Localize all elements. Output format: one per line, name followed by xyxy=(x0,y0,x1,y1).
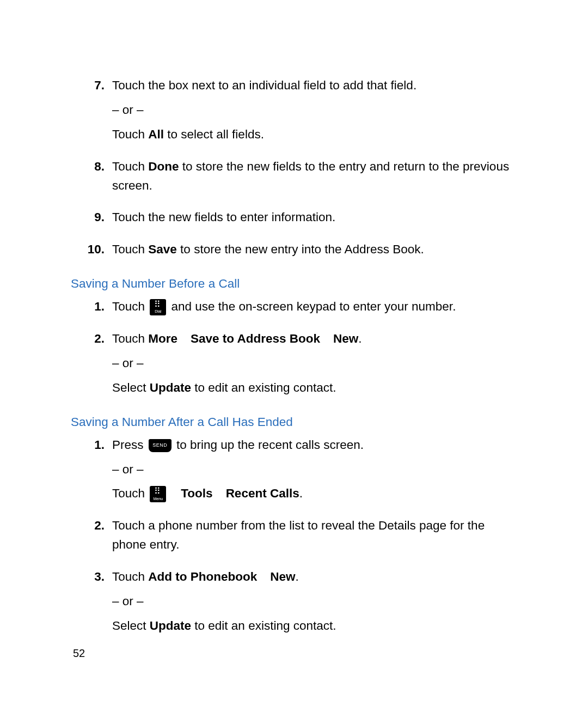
or-separator: – or – xyxy=(112,354,517,373)
item-line: Touch Save to store the new entry into t… xyxy=(112,240,517,259)
list-item: 10. Touch Save to store the new entry in… xyxy=(71,240,517,265)
item-body: Touch Save to store the new entry into t… xyxy=(112,240,517,265)
list-item: 1. Touch and use the on-screen keypad to… xyxy=(71,297,517,322)
text: Touch xyxy=(112,486,148,500)
list-item: 9. Touch the new fields to enter informa… xyxy=(71,208,517,233)
or-separator: – or – xyxy=(112,460,517,479)
item-number: 7. xyxy=(71,76,112,150)
text: Touch xyxy=(112,300,148,313)
item-body: Touch Done to store the new fields to th… xyxy=(112,157,517,201)
item-body: Press to bring up the recent calls scree… xyxy=(112,436,517,509)
or-separator: – or – xyxy=(112,592,517,611)
item-number: 1. xyxy=(71,436,112,509)
text: Touch the box next to an individual fiel… xyxy=(112,78,416,92)
section-heading-before-call: Saving a Number Before a Call xyxy=(71,277,517,291)
item-body: Touch and use the on-screen keypad to en… xyxy=(112,297,517,322)
bold-text: Recent Calls xyxy=(226,486,299,500)
text: . xyxy=(299,486,303,500)
item-line: Touch Add to PhonebookNew. xyxy=(112,568,517,587)
item-line: Touch ToolsRecent Calls. xyxy=(112,484,517,503)
item-line: Press to bring up the recent calls scree… xyxy=(112,436,517,455)
item-line: Select Update to edit an existing contac… xyxy=(112,379,517,398)
item-number: 10. xyxy=(71,240,112,265)
bold-text: Update xyxy=(150,619,191,632)
bold-text: Update xyxy=(150,381,191,394)
text: to store the new entry into the Address … xyxy=(177,242,424,256)
item-line: Select Update to edit an existing contac… xyxy=(112,617,517,636)
item-body: Touch the box next to an individual fiel… xyxy=(112,76,517,150)
item-line: Touch and use the on-screen keypad to en… xyxy=(112,297,517,317)
send-icon xyxy=(149,439,171,452)
menu-icon xyxy=(150,486,166,502)
text: Touch xyxy=(112,160,148,173)
bold-text: New xyxy=(333,332,358,345)
text: Touch xyxy=(112,127,148,141)
item-body: Touch a phone number from the list to re… xyxy=(112,516,517,560)
or-separator: – or – xyxy=(112,101,517,120)
text: to edit an existing contact. xyxy=(191,381,336,394)
text: Touch the new fields to enter informatio… xyxy=(112,210,335,224)
item-body: Touch the new fields to enter informatio… xyxy=(112,208,517,233)
text: Select xyxy=(112,619,150,632)
item-number: 8. xyxy=(71,157,112,201)
text: Touch xyxy=(112,570,148,583)
list-item: 2. Touch MoreSave to Address BookNew. – … xyxy=(71,330,517,403)
bold-text: Tools xyxy=(181,486,212,500)
item-line: Touch a phone number from the list to re… xyxy=(112,516,517,555)
list-item: 7. Touch the box next to an individual f… xyxy=(71,76,517,150)
text: Select xyxy=(112,381,150,394)
list-item: 1. Press to bring up the recent calls sc… xyxy=(71,436,517,509)
text: to edit an existing contact. xyxy=(191,619,336,632)
item-number: 1. xyxy=(71,297,112,322)
item-line: Touch MoreSave to Address BookNew. xyxy=(112,330,517,349)
bold-text: New xyxy=(270,570,295,583)
item-line: Touch All to select all fields. xyxy=(112,125,517,144)
section-heading-after-call: Saving a Number After a Call Has Ended xyxy=(71,415,517,429)
bold-text: Save xyxy=(148,242,177,256)
text: Press xyxy=(112,438,147,452)
item-number: 9. xyxy=(71,208,112,233)
list-item: 2. Touch a phone number from the list to… xyxy=(71,516,517,560)
list-item: 3. Touch Add to PhonebookNew. – or – Sel… xyxy=(71,568,517,641)
text: Touch xyxy=(112,332,148,345)
item-line: Touch the new fields to enter informatio… xyxy=(112,208,517,227)
bold-text: All xyxy=(148,127,164,141)
page-number: 52 xyxy=(73,647,85,660)
item-number: 3. xyxy=(71,568,112,641)
text: . xyxy=(358,332,362,345)
bold-text: Done xyxy=(148,160,179,173)
text: to select all fields. xyxy=(164,127,264,141)
item-line: Touch the box next to an individual fiel… xyxy=(112,76,517,95)
text: Touch xyxy=(112,242,148,256)
text: to bring up the recent calls screen. xyxy=(173,438,364,452)
text: . xyxy=(296,570,299,583)
manual-page: 7. Touch the box next to an individual f… xyxy=(0,0,588,712)
text: and use the on-screen keypad to enter yo… xyxy=(168,300,456,313)
item-number: 2. xyxy=(71,330,112,403)
item-line: Touch Done to store the new fields to th… xyxy=(112,157,517,196)
text: Touch a phone number from the list to re… xyxy=(112,519,485,551)
list-item: 8. Touch Done to store the new fields to… xyxy=(71,157,517,201)
item-body: Touch Add to PhonebookNew. – or – Select… xyxy=(112,568,517,641)
item-body: Touch MoreSave to Address BookNew. – or … xyxy=(112,330,517,403)
bold-text: Save to Address Book xyxy=(191,332,320,345)
dial-icon xyxy=(150,299,166,315)
item-number: 2. xyxy=(71,516,112,560)
bold-text: More xyxy=(148,332,177,345)
bold-text: Add to Phonebook xyxy=(148,570,257,583)
